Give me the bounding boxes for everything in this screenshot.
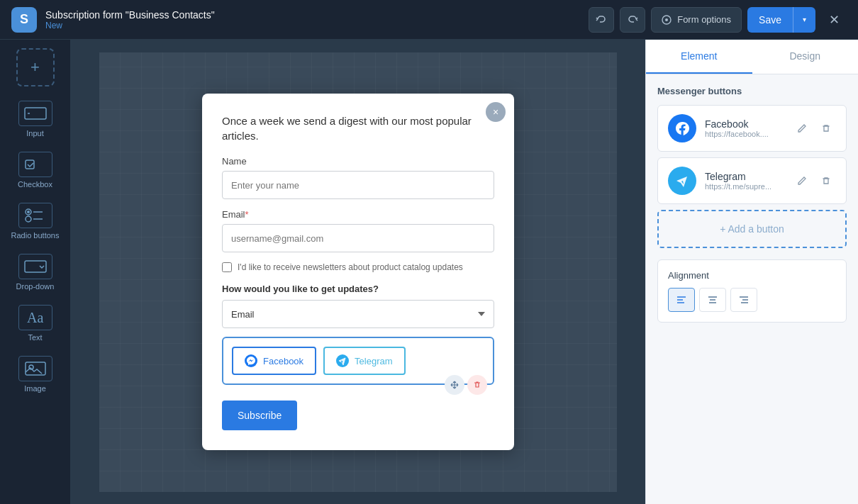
telegram-icon — [668, 167, 696, 195]
add-element-button[interactable]: + — [16, 48, 55, 86]
input-icon — [18, 101, 52, 126]
sidebar-item-radio[interactable]: Radio buttons — [7, 197, 64, 245]
sidebar-item-checkbox[interactable]: Checkbox — [7, 146, 64, 194]
sidebar-item-input[interactable]: Input — [7, 95, 64, 143]
align-right-button[interactable] — [730, 288, 757, 312]
facebook-edit-button[interactable] — [792, 118, 812, 138]
facebook-url: https://facebook.... — [705, 130, 784, 138]
save-button[interactable]: Save — [747, 7, 793, 33]
canvas-area: × Once a week we send a digest with our … — [71, 40, 645, 504]
sidebar-radio-label: Radio buttons — [11, 231, 60, 240]
alignment-title: Alignment — [668, 270, 836, 281]
svg-text:Aa: Aa — [27, 310, 43, 325]
panel-tabs: Element Design — [646, 40, 858, 74]
form-options-button[interactable]: Form options — [651, 7, 742, 33]
telegram-delete-button[interactable] — [816, 171, 836, 191]
sidebar-image-label: Image — [24, 384, 46, 393]
save-group: Save ▾ — [747, 7, 815, 33]
newsletter-checkbox[interactable] — [222, 262, 232, 272]
sidebar-checkbox-label: Checkbox — [18, 180, 52, 189]
messenger-buttons-title: Messenger buttons — [657, 86, 847, 96]
telegram-actions — [792, 171, 836, 191]
undo-button[interactable] — [589, 7, 614, 33]
app-logo: S — [11, 7, 37, 33]
update-method-select[interactable]: Email — [222, 300, 494, 328]
email-label: Email* — [222, 209, 494, 220]
svg-point-8 — [26, 216, 31, 222]
app-title: Subscription form "Business Contacts" — [45, 9, 580, 21]
name-input[interactable] — [222, 171, 494, 199]
svg-rect-12 — [26, 362, 45, 375]
facebook-actions — [792, 118, 836, 138]
checkbox-row: I'd like to receive newsletters about pr… — [222, 262, 494, 272]
checkbox-icon — [18, 152, 52, 177]
facebook-name: Facebook — [705, 118, 784, 130]
facebook-info: Facebook https://facebook.... — [705, 118, 784, 138]
redo-button[interactable] — [620, 7, 645, 33]
facebook-messenger-item: Facebook https://facebook.... — [657, 105, 847, 152]
align-center-button[interactable] — [699, 288, 726, 312]
messenger-buttons-container: Facebook Telegram — [222, 337, 494, 385]
title-group: Subscription form "Business Contacts" Ne… — [45, 9, 580, 30]
sidebar-item-dropdown[interactable]: Drop-down — [7, 248, 64, 296]
dropdown-icon — [18, 254, 52, 279]
element-controls — [445, 375, 487, 395]
topbar-actions: Form options Save ▾ ✕ — [589, 7, 847, 33]
alignment-buttons — [668, 288, 836, 312]
svg-rect-4 — [26, 160, 34, 169]
app-subtitle: New — [45, 21, 580, 30]
facebook-delete-button[interactable] — [816, 118, 836, 138]
panel-content: Messenger buttons Facebook https://faceb… — [646, 74, 858, 504]
facebook-icon — [668, 114, 696, 142]
tab-design[interactable]: Design — [752, 40, 859, 74]
telegram-messenger-item: Telegram https://t.me/supre... — [657, 157, 847, 204]
left-sidebar: + Input Checkbox — [0, 40, 71, 504]
svg-point-14 — [245, 354, 257, 367]
move-button[interactable] — [445, 375, 464, 395]
telegram-info: Telegram https://t.me/supre... — [705, 171, 784, 191]
sidebar-input-label: Input — [26, 129, 43, 138]
close-button[interactable]: ✕ — [821, 7, 847, 33]
canvas-inner: × Once a week we send a digest with our … — [99, 52, 617, 492]
form-description: Once a week we send a digest with our mo… — [222, 113, 494, 143]
add-button-label: + Add a button — [720, 223, 784, 235]
save-dropdown-arrow[interactable]: ▾ — [793, 7, 815, 33]
radio-icon — [18, 203, 52, 228]
align-left-button[interactable] — [668, 288, 695, 312]
fb-btn-label: Facebook — [263, 356, 303, 366]
sidebar-item-text[interactable]: Aa Text — [7, 299, 64, 347]
checkbox-label: I'd like to receive newsletters about pr… — [238, 262, 463, 272]
form-options-label: Form options — [677, 14, 731, 25]
telegram-url: https://t.me/supre... — [705, 182, 784, 191]
telegram-name: Telegram — [705, 171, 784, 182]
telegram-messenger-button[interactable]: Telegram — [323, 347, 405, 375]
sidebar-dropdown-label: Drop-down — [16, 282, 55, 291]
add-button[interactable]: + Add a button — [657, 210, 847, 248]
email-required: * — [245, 209, 249, 220]
sidebar-item-image[interactable]: Image — [7, 350, 64, 398]
main-area: + Input Checkbox — [0, 40, 858, 504]
topbar: S Subscription form "Business Contacts" … — [0, 0, 858, 40]
telegram-edit-button[interactable] — [792, 171, 812, 191]
form-close-button[interactable]: × — [486, 102, 506, 122]
right-panel: Element Design Messenger buttons Faceboo… — [645, 40, 858, 504]
sidebar-text-label: Text — [28, 333, 42, 342]
facebook-messenger-button[interactable]: Facebook — [232, 347, 316, 375]
svg-point-1 — [665, 18, 668, 21]
delete-button[interactable] — [467, 375, 487, 395]
image-icon — [18, 356, 52, 381]
svg-point-6 — [27, 211, 30, 213]
subscribe-button[interactable]: Subscribe — [222, 401, 297, 430]
form-popup: × Once a week we send a digest with our … — [202, 94, 514, 450]
tg-btn-label: Telegram — [355, 356, 392, 366]
text-icon: Aa — [18, 305, 52, 330]
select-label: How would you like to get updates? — [222, 284, 494, 294]
alignment-section: Alignment — [657, 259, 847, 323]
add-icon: + — [30, 58, 40, 77]
name-label: Name — [222, 156, 494, 167]
email-input[interactable] — [222, 224, 494, 252]
tab-element[interactable]: Element — [646, 40, 752, 74]
